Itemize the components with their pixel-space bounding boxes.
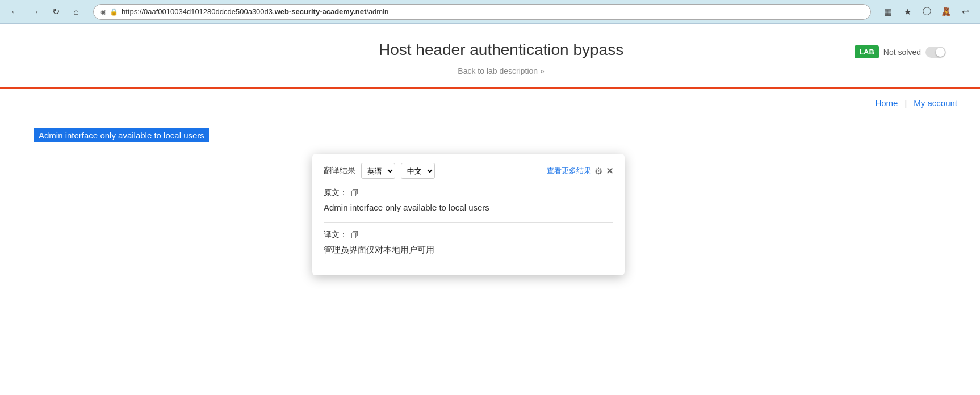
reload-button[interactable]: ↻ [48, 4, 64, 20]
page-title-area: Host header authentication bypass Back t… [148, 41, 855, 76]
back-button[interactable]: ← [7, 4, 23, 20]
url-prefix: https://0aaf0010034d101280ddcde500a300d3… [122, 7, 275, 16]
extensions-button[interactable]: 🧸 [938, 4, 954, 20]
user-button[interactable]: ↩ [957, 4, 973, 20]
url-text: https://0aaf0010034d101280ddcde500a300d3… [122, 7, 388, 16]
lab-badge-area: LAB Not solved [855, 45, 946, 58]
translated-label-text: 译文： [324, 230, 347, 240]
site-nav: Home | My account [0, 89, 980, 117]
close-popup-button[interactable]: ✕ [606, 166, 613, 177]
admin-message: Admin interface only available to local … [34, 128, 209, 142]
page-title: Host header authentication bypass [148, 41, 855, 59]
nav-separator: | [904, 98, 907, 108]
translated-label: 译文： 🗍 [324, 230, 613, 240]
popup-title: 翻译结果 [324, 166, 355, 176]
original-section: 原文： 🗍 Admin interface only available to … [324, 188, 613, 215]
translated-text: 管理员界面仅对本地用户可用 [324, 243, 613, 257]
translated-section: 译文： 🗍 管理员界面仅对本地用户可用 [324, 230, 613, 257]
section-divider [324, 222, 613, 223]
original-label: 原文： 🗍 [324, 188, 613, 198]
settings-button[interactable]: ⚙ [594, 166, 602, 177]
qr-code-button[interactable]: ▦ [880, 4, 896, 20]
back-to-lab-link[interactable]: Back to lab description » [458, 66, 545, 75]
copy-translated-icon[interactable]: 🗍 [351, 230, 359, 239]
popup-header-actions: 查看更多结果 ⚙ ✕ [547, 166, 613, 177]
shield-icon: ◉ [100, 8, 106, 16]
home-button[interactable]: ⌂ [68, 4, 84, 20]
page-header: Host header authentication bypass Back t… [0, 24, 980, 76]
translation-popup: 翻译结果 英语 中文 日语 法语 中文 英语 日语 法语 查看更多结果 ⚙ ✕ … [312, 154, 625, 275]
not-solved-text: Not solved [883, 48, 921, 57]
source-language-select[interactable]: 英语 中文 日语 法语 [361, 163, 395, 179]
more-results-link[interactable]: 查看更多结果 [547, 166, 591, 176]
original-text: Admin interface only available to local … [324, 201, 613, 215]
bookmark-button[interactable]: ★ [899, 4, 915, 20]
url-domain: web-security-academy.net [275, 7, 367, 16]
lab-toggle[interactable] [925, 47, 946, 58]
page-content: Admin interface only available to local … [0, 117, 980, 287]
browser-chrome: ← → ↻ ⌂ ◉ 🔒 https://0aaf0010034d101280dd… [0, 0, 980, 24]
home-nav-link[interactable]: Home [875, 98, 898, 108]
original-label-text: 原文： [324, 188, 347, 198]
address-bar[interactable]: ◉ 🔒 https://0aaf0010034d101280ddcde500a3… [93, 4, 871, 20]
copy-original-icon[interactable]: 🗍 [351, 188, 359, 198]
browser-actions: ▦ ★ ⓘ 🧸 ↩ [880, 4, 973, 20]
lab-badge: LAB [855, 45, 879, 58]
url-path: /admin [366, 7, 388, 16]
lock-icon: 🔒 [110, 8, 118, 16]
target-language-select[interactable]: 中文 英语 日语 法语 [401, 163, 435, 179]
info-button[interactable]: ⓘ [919, 4, 935, 20]
my-account-nav-link[interactable]: My account [914, 98, 957, 108]
forward-button[interactable]: → [27, 4, 43, 20]
popup-header: 翻译结果 英语 中文 日语 法语 中文 英语 日语 法语 查看更多结果 ⚙ ✕ [324, 163, 613, 179]
